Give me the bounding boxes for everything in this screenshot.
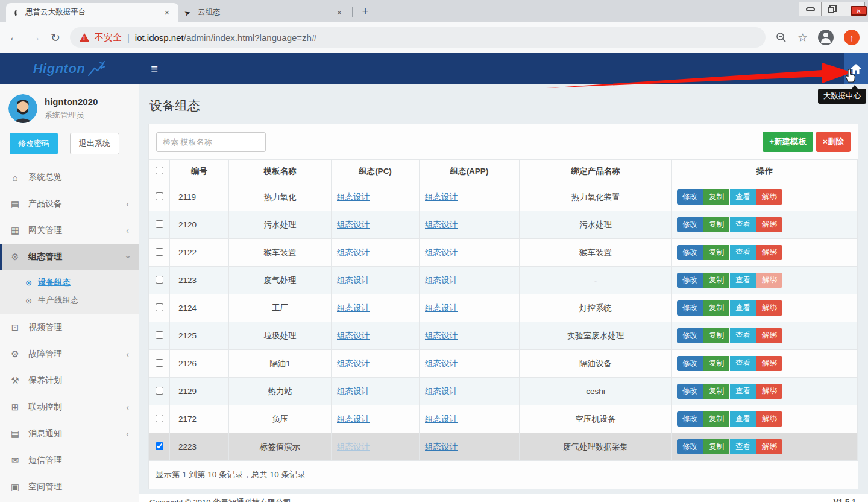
zoom-out-icon[interactable] <box>775 31 787 43</box>
sidebar-subitem-生产线组态[interactable]: ⊙生产线组态 <box>0 291 139 310</box>
pc-design-link[interactable]: 组态设计 <box>337 220 370 229</box>
app-design-link[interactable]: 组态设计 <box>425 387 458 396</box>
unbind-button[interactable]: 解绑 <box>756 439 782 454</box>
pc-design-link[interactable]: 组态设计 <box>337 359 370 368</box>
app-design-link[interactable]: 组态设计 <box>425 248 458 257</box>
pc-design-link[interactable]: 组态设计 <box>337 442 370 451</box>
sidebar-item-短信管理[interactable]: ✉短信管理 <box>0 447 139 474</box>
pc-design-link[interactable]: 组态设计 <box>337 303 370 313</box>
pc-design-link[interactable]: 组态设计 <box>337 331 370 340</box>
sidebar-subitem-设备组态[interactable]: ⊙设备组态 <box>0 273 139 291</box>
back-button[interactable]: ← <box>8 31 20 44</box>
app-design-link[interactable]: 组态设计 <box>425 359 458 368</box>
forward-button[interactable]: → <box>30 31 41 44</box>
app-design-link[interactable]: 组态设计 <box>425 331 458 340</box>
brand-logo[interactable]: Hignton <box>0 53 139 84</box>
copy-button[interactable]: 复制 <box>703 384 729 399</box>
browser-tab-active[interactable]: 思普云大数据平台 × <box>6 3 178 22</box>
copy-button[interactable]: 复制 <box>703 273 729 288</box>
unbind-button[interactable]: 解绑 <box>756 189 782 205</box>
tab-close-icon[interactable]: × <box>334 7 345 17</box>
row-checkbox[interactable] <box>156 331 163 339</box>
new-tab-button[interactable]: + <box>357 4 373 19</box>
logout-button[interactable]: 退出系统 <box>70 133 119 154</box>
row-checkbox[interactable] <box>156 192 163 200</box>
address-bar[interactable]: ! 不安全 | iot.idosp.net/admin/index.html?l… <box>70 27 766 48</box>
close-button[interactable]: ✕ ✕ <box>843 2 864 16</box>
edit-button[interactable]: 修改 <box>677 384 703 399</box>
browser-update-icon[interactable]: ↑ <box>844 30 860 45</box>
not-secure-label[interactable]: 不安全 <box>95 32 122 43</box>
pc-design-link[interactable]: 组态设计 <box>337 192 370 202</box>
sidebar-item-产品设备[interactable]: ▤产品设备‹ <box>0 191 139 217</box>
copy-button[interactable]: 复制 <box>703 439 729 454</box>
app-design-link[interactable]: 组态设计 <box>425 276 458 285</box>
copy-button[interactable]: 复制 <box>703 245 729 260</box>
browser-tab-inactive[interactable]: ➤ 云组态 × <box>178 3 351 22</box>
sidebar-item-保养计划[interactable]: ⚒保养计划 <box>0 367 139 394</box>
pc-design-link[interactable]: 组态设计 <box>337 248 370 257</box>
row-checkbox[interactable] <box>156 248 163 256</box>
browser-profile-icon[interactable] <box>818 30 834 45</box>
view-button[interactable]: 查看 <box>730 300 756 316</box>
view-button[interactable]: 查看 <box>730 273 756 288</box>
edit-button[interactable]: 修改 <box>677 356 703 371</box>
copy-button[interactable]: 复制 <box>703 300 729 316</box>
view-button[interactable]: 查看 <box>730 411 756 427</box>
row-checkbox[interactable] <box>156 303 163 311</box>
delete-button[interactable]: ×删除 <box>816 132 851 152</box>
reload-button[interactable]: ↻ <box>51 31 60 45</box>
sidebar-item-故障管理[interactable]: ⚙故障管理‹ <box>0 341 139 367</box>
change-password-button[interactable]: 修改密码 <box>10 133 58 154</box>
copy-button[interactable]: 复制 <box>703 411 729 427</box>
sidebar-item-视频管理[interactable]: ⊡视频管理 <box>0 314 139 341</box>
unbind-button[interactable]: 解绑 <box>756 300 782 316</box>
search-input[interactable] <box>156 132 266 152</box>
unbind-button[interactable]: 解绑 <box>756 328 782 343</box>
app-design-link[interactable]: 组态设计 <box>425 415 458 424</box>
copy-button[interactable]: 复制 <box>703 217 729 232</box>
copy-button[interactable]: 复制 <box>703 328 729 343</box>
pc-design-link[interactable]: 组态设计 <box>337 276 370 285</box>
edit-button[interactable]: 修改 <box>677 300 703 316</box>
edit-button[interactable]: 修改 <box>677 328 703 343</box>
sidebar-toggle-button[interactable]: ≡ <box>139 53 170 84</box>
view-button[interactable]: 查看 <box>730 384 756 399</box>
pc-design-link[interactable]: 组态设计 <box>337 415 370 424</box>
pc-design-link[interactable]: 组态设计 <box>337 387 370 396</box>
view-button[interactable]: 查看 <box>730 189 756 205</box>
row-checkbox[interactable] <box>156 415 163 422</box>
copy-button[interactable]: 复制 <box>703 356 729 371</box>
unbind-button[interactable]: 解绑 <box>756 411 782 427</box>
app-design-link[interactable]: 组态设计 <box>425 220 458 229</box>
app-design-link[interactable]: 组态设计 <box>425 192 458 202</box>
row-checkbox[interactable] <box>156 359 163 367</box>
app-design-link[interactable]: 组态设计 <box>425 303 458 313</box>
row-checkbox[interactable] <box>156 387 163 395</box>
edit-button[interactable]: 修改 <box>677 217 703 232</box>
view-button[interactable]: 查看 <box>730 439 756 454</box>
view-button[interactable]: 查看 <box>730 245 756 260</box>
tab-close-icon[interactable]: × <box>162 7 172 17</box>
unbind-button[interactable]: 解绑 <box>756 217 782 232</box>
row-checkbox[interactable] <box>156 442 163 450</box>
select-all-checkbox[interactable] <box>156 167 163 174</box>
sidebar-item-系统总览[interactable]: ⌂系统总览 <box>0 164 139 191</box>
sidebar-item-空间管理[interactable]: ▣空间管理 <box>0 474 139 500</box>
unbind-button[interactable]: 解绑 <box>756 273 782 288</box>
view-button[interactable]: 查看 <box>730 217 756 232</box>
edit-button[interactable]: 修改 <box>677 439 703 454</box>
app-design-link[interactable]: 组态设计 <box>425 442 458 451</box>
new-template-button[interactable]: +新建模板 <box>763 132 813 152</box>
edit-button[interactable]: 修改 <box>677 273 703 288</box>
big-data-center-home-button[interactable] <box>844 53 868 84</box>
minimize-button[interactable] <box>799 2 821 16</box>
row-checkbox[interactable] <box>156 220 163 228</box>
copy-button[interactable]: 复制 <box>703 189 729 205</box>
remote-close-badge[interactable]: ✕ <box>851 6 867 16</box>
view-button[interactable]: 查看 <box>730 328 756 343</box>
edit-button[interactable]: 修改 <box>677 411 703 427</box>
sidebar-item-组态管理[interactable]: ⚙组态管理‹ <box>0 244 139 270</box>
view-button[interactable]: 查看 <box>730 356 756 371</box>
restore-button[interactable] <box>821 2 843 16</box>
